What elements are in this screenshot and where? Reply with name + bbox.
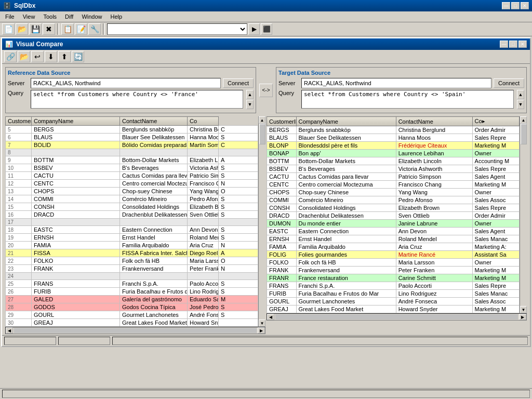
left-grid-row-6[interactable]: 11CACTUCactus Comidas para llevarPatrici… [6, 172, 258, 180]
left-grid-row-11[interactable]: 16DRACDDrachenblut DelikatessenSven Ottl… [6, 211, 258, 219]
toolbar-btn3[interactable]: 💾 [29, 23, 42, 35]
right-grid-row-14[interactable]: ERNSHErnst HandelRoland MendelSales Mana… [267, 235, 520, 243]
toolbar-btn4[interactable]: ✖ [43, 23, 55, 35]
left-grid-row-13[interactable]: 18EASTCEastern ConnectionAnn DevonS [6, 226, 258, 234]
left-scroll-thumb[interactable] [259, 124, 265, 144]
left-grid-row-10[interactable]: 15CONSHConsolidated HoldingsElizabeth Br… [6, 203, 258, 211]
left-grid-row-0[interactable]: 5BERGSBerglunds snabbköpChristina Berglu… [6, 126, 258, 134]
target-query-scroll-down[interactable]: ▼ [517, 100, 524, 109]
left-grid-row-8[interactable]: 13CHOPSChop-suey ChineseYang WangO [6, 188, 258, 195]
wt-btn1[interactable]: 🔗 [4, 51, 17, 62]
wt-btn6[interactable]: 🔄 [72, 51, 84, 62]
window-maximize-button[interactable]: □ [509, 41, 517, 48]
window-minimize-button[interactable]: — [500, 41, 508, 48]
left-scroll-right-arrow[interactable]: ▶ [258, 327, 265, 334]
toolbar-btn5[interactable]: 📋 [61, 23, 74, 35]
left-grid-row-12[interactable]: 17 [6, 219, 258, 226]
menu-file[interactable]: File [2, 12, 18, 21]
app-maximize-button[interactable]: □ [511, 2, 520, 9]
reference-connect-button[interactable]: Connect [223, 78, 254, 88]
right-grid-row-7[interactable]: CENTCCentro comercial MoctezumaFrancisco… [267, 181, 520, 189]
right-grid-wrap[interactable]: CustomerID CompanyName ContactName Co▸ B… [267, 116, 520, 313]
left-grid-row-14[interactable]: 19ERNSHErnst HandelRoland MendelS [6, 234, 258, 242]
right-grid-row-18[interactable]: FRANKFrankenversandPeter FrankenMarketin… [267, 267, 520, 274]
left-grid-row-15[interactable]: 20FAMIAFamilia ArquibaldoAria CruzN [6, 242, 258, 249]
left-grid-row-1[interactable]: 6BLAUSBlauer See DelikatessenHanna MoosS [6, 134, 258, 141]
toolbar-open-button[interactable]: 📂 [16, 23, 28, 35]
right-grid-row-21[interactable]: FURIBFuria Bacalhau e Frutos do MarLino … [267, 290, 520, 298]
right-grid-row-11[interactable]: DRACDDrachenblut DelikatessenSven Ottlie… [267, 212, 520, 220]
right-grid-row-5[interactable]: BSBEVB's BeveragesVictoria AshworthSales… [267, 165, 520, 173]
right-grid-row-1[interactable]: BLAUSBlauer See DelikatessenHanna MoosSa… [267, 134, 520, 142]
right-h-scroll-thumb[interactable] [275, 314, 518, 320]
left-grid-row-2[interactable]: 7BOLIDBólido Comidas preparadasMartín So… [6, 141, 258, 149]
wt-btn2[interactable]: 📂 [18, 51, 30, 62]
right-grid-row-3[interactable]: BONAPBon app'Laurence LebihanOwner [267, 150, 520, 157]
left-grid-row-5[interactable]: 10BSBEVB's BeveragesVictoria AshworthS [6, 164, 258, 172]
left-grid-row-3[interactable]: 8 [6, 149, 258, 156]
right-grid-row-2[interactable]: BLONPBlondesddsl père et filsFrédérique … [267, 142, 520, 150]
left-horizontal-scrollbar[interactable]: ◀ ▶ [5, 327, 265, 334]
right-scroll-up-arrow[interactable]: ▲ [520, 116, 527, 124]
right-grid-row-15[interactable]: FAMIAFamilia ArquibaldoAria CruzMarketin… [267, 243, 520, 251]
menu-diff[interactable]: Diff [62, 12, 76, 21]
toolbar-new-button[interactable]: 📄 [2, 23, 15, 35]
left-grid-row-20[interactable]: 25FRANSFranchi S.p.A.Paolo AccortiS [6, 280, 258, 288]
reference-server-input[interactable] [31, 78, 221, 88]
right-grid-row-9[interactable]: COMMIComércio MineiroPedro AfonsoSales A… [267, 196, 520, 204]
toolbar-combo[interactable] [107, 23, 247, 35]
left-grid-row-7[interactable]: 12CENTCCentro comercial MoctezumaFrancis… [6, 180, 258, 188]
wt-btn5[interactable]: ⬆ [58, 51, 71, 62]
menu-window[interactable]: Window [78, 12, 105, 21]
left-grid-row-24[interactable]: 29GOURLGourmet LanchonetesAndré FonsecaS [6, 311, 258, 319]
right-scroll-left-arrow[interactable]: ◀ [267, 314, 274, 320]
right-horizontal-scrollbar[interactable]: ◀ ▶ [267, 313, 527, 321]
left-grid-row-22[interactable]: 27GALEDGalería del gastrónomoEduardo Saa… [6, 296, 258, 303]
left-grid-row-21[interactable]: 26FURIBFuria Bacalhau e Frutos do MarLin… [6, 288, 258, 296]
target-connect-button[interactable]: Connect [494, 78, 524, 88]
left-grid-row-18[interactable]: 23FRANKFrankenversandPeter FrankenN [6, 265, 258, 273]
toolbar-run-button[interactable]: ▶ [248, 23, 260, 35]
menu-view[interactable]: View [20, 12, 38, 21]
wt-btn3[interactable]: ↩ [31, 51, 44, 62]
right-scroll-thumb[interactable] [521, 124, 527, 144]
right-grid-row-16[interactable]: FOLIGFolies gourmandesMartine RancéAssis… [267, 251, 520, 259]
menu-help[interactable]: Help [108, 12, 126, 21]
left-grid-row-17[interactable]: 22FOLKOFolk och fä HBMaria LarssonO [6, 257, 258, 265]
reference-query-scroll-down[interactable]: ▼ [246, 100, 254, 109]
right-grid-row-20[interactable]: FRANSFranchi S.p.A.Paolo AccortiSales Re… [267, 282, 520, 290]
left-grid-wrap[interactable]: CustomerID CompanyName ContactName Co 5B… [5, 116, 258, 327]
reference-query-scroll-up[interactable]: ▲ [246, 90, 254, 99]
left-scroll-up-arrow[interactable]: ▲ [259, 116, 265, 124]
run-compare-button[interactable]: <-> [259, 84, 273, 97]
left-grid-row-4[interactable]: 9BOTTMBottom-Dollar MarketsElizabeth Lin… [6, 156, 258, 164]
left-scroll-left-arrow[interactable]: ◀ [6, 327, 13, 334]
right-grid-row-13[interactable]: EASTCEastern ConnectionAnn DevonSales Ag… [267, 228, 520, 235]
left-grid-row-23[interactable]: 28GODOSGodos Cocina TípicaJosé Pedro Fre… [6, 303, 258, 311]
right-grid-row-23[interactable]: GREAJGreat Lakes Food MarketHoward Snyde… [267, 305, 520, 313]
right-grid-row-0[interactable]: BERGSBerglunds snabbköpChristina Berglun… [267, 126, 520, 134]
target-server-input[interactable] [301, 78, 491, 88]
reference-query-input[interactable] [31, 90, 243, 109]
right-grid-row-22[interactable]: GOURLGourmet LanchonetesAndré FonsecaSal… [267, 298, 520, 305]
right-grid-row-19[interactable]: FRANRFrance restaurationCarine SchmittMa… [267, 274, 520, 282]
target-query-input[interactable] [301, 90, 514, 109]
left-h-scroll-thumb[interactable] [14, 328, 257, 333]
right-scroll-down-arrow[interactable]: ▼ [520, 306, 527, 313]
right-grid-row-4[interactable]: BOTTMBottom-Dollar MarketsElizabeth Linc… [267, 157, 520, 165]
toolbar-btn7[interactable]: 🔧 [88, 23, 101, 35]
toolbar-stop-button[interactable]: ⬛ [261, 23, 272, 35]
target-query-scroll-up[interactable]: ▲ [517, 90, 524, 99]
app-close-button[interactable]: ✕ [521, 2, 529, 9]
left-grid-row-9[interactable]: 14COMMIComércio MineiroPedro AfonsoS [6, 195, 258, 203]
wt-btn4[interactable]: ⬇ [45, 51, 57, 62]
right-scroll-right-arrow[interactable]: ▶ [519, 314, 526, 320]
right-vertical-scrollbar[interactable]: ▲ ▼ [520, 116, 527, 313]
right-grid-row-10[interactable]: CONSHConsolidated HoldingsElizabeth Brow… [267, 204, 520, 212]
left-vertical-scrollbar[interactable]: ▲ ▼ [258, 116, 265, 327]
left-grid-row-19[interactable]: 24 [6, 273, 258, 280]
left-scroll-down-arrow[interactable]: ▼ [259, 320, 265, 327]
app-minimize-button[interactable]: — [502, 2, 510, 9]
right-grid-row-8[interactable]: CHOPSChop-suey ChineseYang WangOwner [267, 189, 520, 196]
right-grid-row-12[interactable]: DUMONDu monde entierJanine LabruneOwner [267, 220, 520, 228]
